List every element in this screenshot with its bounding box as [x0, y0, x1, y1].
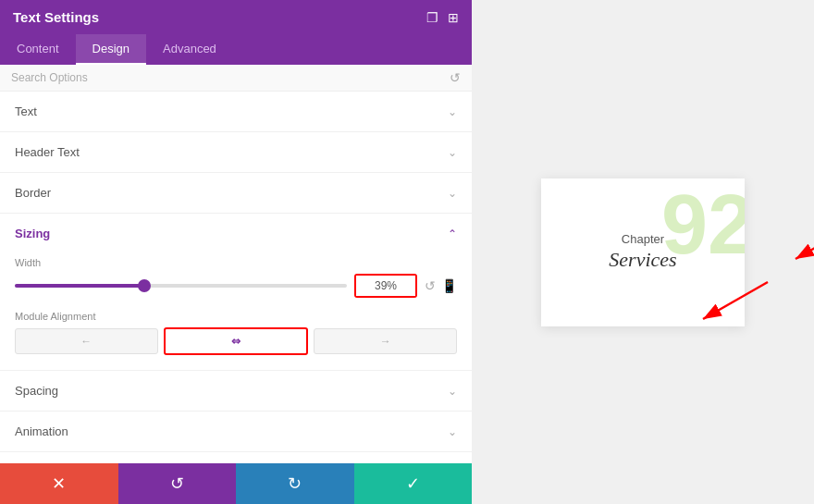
width-arrow-annotation [786, 217, 814, 273]
panel-footer: ✕ ↺ ↻ ✓ [0, 463, 472, 504]
border-section-label: Border [15, 186, 51, 200]
text-section-label: Text [15, 104, 37, 118]
align-left-button[interactable]: ← [15, 328, 158, 354]
settings-panel: Text Settings ❐ ⊞ Content Design Advance… [0, 0, 472, 504]
animation-section-label: Animation [15, 424, 68, 438]
text-chevron-icon: ⌄ [448, 105, 457, 118]
tab-content[interactable]: Content [0, 34, 76, 65]
slider-fill [15, 284, 144, 288]
section-spacing[interactable]: Spacing ⌄ [0, 371, 472, 412]
border-chevron-icon: ⌄ [448, 187, 457, 200]
width-reset-icon[interactable]: ↺ [425, 278, 436, 293]
undo-icon: ↺ [170, 473, 184, 494]
width-input[interactable] [356, 276, 415, 296]
width-input-wrapper [354, 274, 417, 298]
sizing-chevron-icon: ⌃ [448, 227, 457, 240]
align-right-button[interactable]: → [314, 328, 457, 354]
slider-thumb[interactable] [138, 279, 151, 292]
save-icon: ✓ [406, 473, 420, 494]
panel-tabs: Content Design Advanced [0, 34, 472, 65]
panel-header: Text Settings ❐ ⊞ [0, 0, 472, 34]
preview-card-content: Chapter Services [609, 232, 676, 272]
layout-icon[interactable]: ⊞ [448, 10, 459, 25]
section-header-text[interactable]: Header Text ⌄ [0, 132, 472, 173]
preview-chapter-label: Chapter [609, 232, 676, 246]
redo-icon: ↻ [288, 473, 302, 494]
preview-card: 92 Chapter Services [541, 178, 745, 326]
svg-line-1 [796, 222, 814, 259]
panel-title: Text Settings [13, 9, 99, 25]
sizing-section: Sizing ⌃ Width ↺ 📱 [0, 214, 472, 371]
panel-header-icons: ❐ ⊞ [426, 10, 459, 25]
sizing-body: Width ↺ 📱 Module Alignment [0, 253, 472, 370]
undo-button[interactable]: ↺ [118, 463, 237, 504]
section-border[interactable]: Border ⌄ [0, 173, 472, 214]
alignment-label: Module Alignment [15, 311, 457, 322]
sizing-header[interactable]: Sizing ⌃ [0, 214, 472, 253]
search-bar: Search Options ↺ [0, 65, 472, 92]
preview-area: 92 Chapter Services [472, 0, 814, 504]
width-label: Width [15, 257, 457, 268]
fullscreen-icon[interactable]: ❐ [426, 10, 438, 25]
spacing-section-label: Spacing [15, 384, 58, 398]
search-options-label: Search Options [11, 71, 88, 84]
header-text-chevron-icon: ⌄ [448, 146, 457, 159]
section-animation[interactable]: Animation ⌄ [0, 412, 472, 452]
width-row: ↺ 📱 [15, 274, 457, 298]
alignment-row: ← ⇔ → [15, 327, 457, 355]
tab-design[interactable]: Design [76, 34, 146, 65]
redo-button[interactable]: ↻ [236, 463, 354, 504]
panel-content: Text ⌄ Header Text ⌄ Border ⌄ Sizing ⌃ W… [0, 92, 472, 463]
preview-services-label: Services [609, 248, 676, 272]
sizing-title: Sizing [15, 227, 50, 240]
save-button[interactable]: ✓ [354, 463, 473, 504]
tab-advanced[interactable]: Advanced [146, 34, 233, 65]
width-device-icon[interactable]: 📱 [441, 278, 457, 293]
width-control-icons: ↺ 📱 [425, 278, 457, 293]
cancel-button[interactable]: ✕ [0, 463, 118, 504]
search-refresh-icon[interactable]: ↺ [450, 70, 461, 85]
section-text[interactable]: Text ⌄ [0, 92, 472, 132]
cancel-icon: ✕ [52, 473, 66, 494]
spacing-chevron-icon: ⌄ [448, 385, 457, 398]
align-center-button[interactable]: ⇔ [164, 327, 309, 355]
header-text-section-label: Header Text [15, 145, 80, 159]
animation-chevron-icon: ⌄ [448, 425, 457, 438]
width-slider[interactable] [15, 284, 347, 288]
